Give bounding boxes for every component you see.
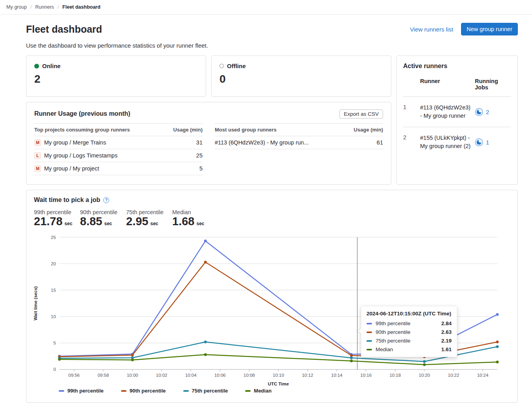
- tooltip-row: 99th percentile 2.84: [366, 320, 452, 326]
- tooltip-series-label: 90th percentile: [376, 329, 411, 335]
- tooltip-series-value: 2.63: [441, 329, 452, 335]
- top-projects-name-header: Top projects consuming group runners: [34, 127, 130, 133]
- active-runners-table: Runner Running Jobs 1 #113 (6QHdzW2e3) -…: [403, 78, 511, 157]
- runner-link[interactable]: #113 (6QHdzW2e3) - My group run...: [215, 139, 309, 146]
- svg-text:10:10: 10:10: [273, 373, 284, 378]
- breadcrumb-separator: /: [58, 4, 59, 10]
- legend-marker: [245, 390, 251, 392]
- runner-rank: 1: [403, 104, 420, 120]
- dashboard-left-column: Online 2 Offline 0 Runner Usage (previou…: [26, 56, 391, 185]
- active-runners-card: Active runners Runner Running Jobs 1 #11…: [396, 56, 518, 185]
- tooltip-series-label: 75th percentile: [376, 338, 411, 344]
- usage-value: 25: [196, 152, 203, 159]
- runner-link[interactable]: #155 (ULkKYpkpt) - My group runner (2): [420, 134, 475, 150]
- svg-text:25: 25: [51, 235, 56, 240]
- tooltip-series-marker: [366, 349, 372, 350]
- top-projects-table-header: Top projects consuming group runners Usa…: [34, 123, 203, 136]
- svg-text:10: 10: [51, 314, 56, 319]
- offline-status-icon: [219, 64, 224, 68]
- svg-text:10:00: 10:00: [127, 373, 138, 378]
- main-content: Fleet dashboard View runners list New gr…: [26, 23, 518, 403]
- project-avatar: M: [34, 139, 41, 146]
- table-row: 1 #113 (6QHdzW2e3) - My group runner 2: [403, 97, 511, 127]
- usage-value: 31: [196, 139, 203, 146]
- breadcrumb-item-runners[interactable]: Runners: [35, 4, 54, 10]
- svg-text:15: 15: [51, 288, 56, 293]
- tooltip-row: 75th percentile 2.19: [366, 338, 452, 344]
- running-status-icon: [475, 138, 483, 146]
- legend-item-90th-percentile[interactable]: 90th percentile: [121, 388, 166, 394]
- legend-label: 99th percentile: [67, 388, 104, 394]
- legend-item-75th-percentile[interactable]: 75th percentile: [183, 388, 228, 394]
- running-jobs-count[interactable]: 1: [486, 139, 489, 146]
- running-jobs-count[interactable]: 2: [486, 109, 489, 115]
- project-link[interactable]: My group / Logs Timestamps: [44, 152, 117, 159]
- table-row: L My group / Logs Timestamps 25: [34, 149, 203, 162]
- top-projects-table: Top projects consuming group runners Usa…: [34, 123, 203, 175]
- svg-text:UTC Time: UTC Time: [268, 382, 289, 386]
- tooltip-title: 2024-06-12T10:15:00Z (UTC Time): [366, 311, 452, 317]
- svg-text:10:08: 10:08: [244, 373, 255, 378]
- table-row: M My group / Merge Trains 31: [34, 136, 203, 149]
- table-row: #113 (6QHdzW2e3) - My group run... 61: [215, 136, 383, 149]
- breadcrumb-item-current: Fleet dashboard: [62, 4, 100, 10]
- legend-label: Median: [254, 388, 272, 394]
- view-runners-list-link[interactable]: View runners list: [410, 26, 453, 33]
- online-runners-card: Online 2: [26, 56, 206, 97]
- wait-time-card: Wait time to pick a job ? 99th percentil…: [26, 190, 518, 403]
- page-header: Fleet dashboard View runners list New gr…: [26, 23, 518, 35]
- tooltip-row: 90th percentile 2.63: [366, 329, 452, 335]
- export-csv-button[interactable]: Export as CSV: [339, 109, 383, 119]
- running-jobs-column-header: Running Jobs: [475, 78, 511, 91]
- header-actions: View runners list New group runner: [410, 23, 518, 35]
- usage-value: 5: [199, 165, 203, 172]
- chart-legend: 99th percentile 90th percentile 75th per…: [59, 388, 272, 394]
- tooltip-series-value: 1.61: [441, 346, 452, 352]
- runner-column-header: Runner: [420, 78, 475, 91]
- table-row: 2 #155 (ULkKYpkpt) - My group runner (2)…: [403, 127, 511, 157]
- svg-text:10:14: 10:14: [331, 373, 342, 378]
- most-used-runners-name-header: Most used group runners: [215, 127, 277, 133]
- tooltip-series-marker: [366, 332, 372, 333]
- active-runners-title: Active runners: [403, 63, 511, 70]
- svg-text:Wait time (secs): Wait time (secs): [33, 286, 38, 320]
- legend-marker: [59, 390, 64, 392]
- tooltip-series-label: Median: [376, 346, 393, 352]
- svg-text:10:06: 10:06: [214, 373, 226, 378]
- wait-time-chart[interactable]: 051015202509:5609:5810:0010:0210:0410:06…: [26, 190, 517, 402]
- tooltip-series-label: 99th percentile: [376, 320, 411, 326]
- runner-usage-title: Runner Usage (previous month): [34, 110, 130, 117]
- legend-item-median[interactable]: Median: [245, 388, 272, 394]
- breadcrumb-item-my-group[interactable]: My group: [6, 4, 27, 10]
- svg-text:09:58: 09:58: [98, 373, 109, 378]
- svg-text:10:18: 10:18: [389, 373, 401, 378]
- runner-usage-card: Runner Usage (previous month) Export as …: [26, 102, 391, 185]
- project-link[interactable]: My group / Merge Trains: [44, 139, 106, 146]
- svg-text:10:02: 10:02: [156, 373, 167, 378]
- chart-tooltip: 2024-06-12T10:15:00Z (UTC Time) 99th per…: [361, 306, 457, 357]
- legend-item-99th-percentile[interactable]: 99th percentile: [59, 388, 104, 394]
- tooltip-series-marker: [366, 340, 372, 342]
- svg-text:10:16: 10:16: [360, 373, 372, 378]
- legend-marker: [183, 390, 189, 392]
- svg-text:09:56: 09:56: [69, 373, 80, 378]
- status-cards-row: Online 2 Offline 0: [26, 56, 391, 97]
- runner-link[interactable]: #113 (6QHdzW2e3) - My group runner: [420, 104, 475, 120]
- svg-text:10:12: 10:12: [302, 373, 313, 378]
- svg-text:10:22: 10:22: [448, 373, 459, 378]
- legend-label: 75th percentile: [192, 388, 228, 394]
- new-group-runner-button[interactable]: New group runner: [461, 23, 518, 35]
- breadcrumb-separator: /: [30, 4, 32, 10]
- tooltip-series-marker: [366, 323, 372, 324]
- legend-label: 90th percentile: [130, 388, 166, 394]
- page-description: Use the dashboard to view performance st…: [26, 42, 518, 49]
- tooltip-series-value: 2.19: [441, 338, 452, 344]
- usage-tables: Top projects consuming group runners Usa…: [34, 123, 383, 175]
- offline-count: 0: [219, 73, 383, 85]
- online-label: Online: [42, 63, 61, 69]
- tooltip-series-value: 2.84: [441, 320, 452, 326]
- offline-card-header: Offline: [219, 63, 383, 69]
- project-link[interactable]: My group / My project: [44, 165, 99, 172]
- svg-text:10:04: 10:04: [185, 373, 197, 378]
- most-used-runners-table: Most used group runners Usage (min) #113…: [215, 123, 383, 175]
